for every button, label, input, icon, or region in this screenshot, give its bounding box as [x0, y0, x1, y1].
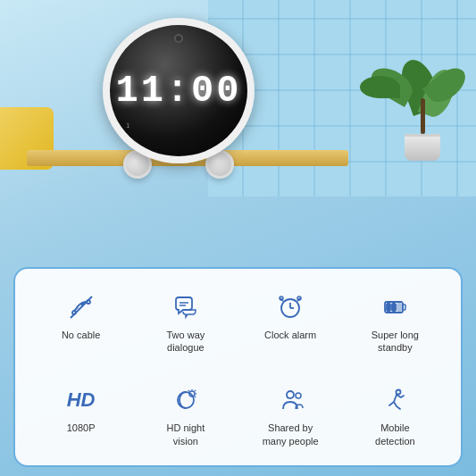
feature-two-way: Two waydialogue: [133, 287, 238, 359]
hd-icon: HD: [67, 384, 96, 416]
standby-label: Super longstandby: [372, 329, 419, 355]
info-card: No cable Two waydialogue: [13, 267, 463, 467]
run-icon: [380, 384, 409, 416]
night-vision-label: HD nightvision: [166, 422, 205, 447]
feature-no-cable: No cable: [29, 287, 133, 359]
plant-pot: [405, 134, 440, 161]
svg-rect-12: [387, 304, 390, 311]
clock-time: 11:00: [115, 70, 241, 113]
features-grid: No cable Two waydialogue: [29, 287, 447, 452]
svg-line-20: [195, 397, 196, 397]
svg-rect-11: [403, 305, 405, 310]
feature-night-vision: HD nightvision: [133, 380, 238, 452]
svg-line-21: [188, 390, 189, 391]
no-cable-label: No cable: [62, 329, 100, 341]
feature-1080p: HD 1080P: [29, 380, 133, 452]
svg-line-18: [195, 390, 196, 391]
plant-stem: [421, 98, 425, 134]
plant-leaves: [387, 18, 458, 134]
clock-face: 11:00 1: [103, 18, 255, 163]
svg-point-2: [72, 311, 76, 314]
1080p-label: 1080P: [67, 422, 96, 434]
feature-standby: Super longstandby: [343, 287, 447, 359]
clock-alarm-label: Clock alarm: [264, 329, 316, 341]
hd-text: HD: [67, 390, 96, 410]
svg-point-23: [296, 393, 301, 398]
feature-shared: Shared bymany people: [238, 380, 343, 452]
plant: [387, 18, 458, 161]
mobile-detection-label: Mobiledetection: [375, 422, 415, 447]
clock-alarm-icon: [276, 291, 305, 323]
no-cable-icon: [67, 291, 96, 323]
night-vision-icon: [171, 384, 200, 416]
feature-clock-alarm: Clock alarm: [238, 287, 343, 359]
people-icon: [276, 384, 305, 416]
svg-point-22: [287, 391, 294, 398]
shared-label: Shared bymany people: [263, 422, 319, 447]
svg-point-25: [397, 390, 401, 395]
chat-icon: [171, 291, 200, 323]
clock-small-label: 1: [126, 121, 129, 129]
clock-camera: [174, 34, 183, 43]
clock-device: 11:00 1: [89, 18, 268, 179]
svg-rect-14: [397, 304, 401, 311]
feature-mobile-detection: Mobiledetection: [343, 380, 447, 452]
two-way-label: Two waydialogue: [166, 329, 205, 355]
svg-rect-13: [392, 304, 396, 311]
row-spacer: [29, 365, 447, 372]
battery-icon: [380, 291, 409, 323]
svg-point-1: [87, 300, 90, 304]
leaf-4: [360, 76, 400, 98]
